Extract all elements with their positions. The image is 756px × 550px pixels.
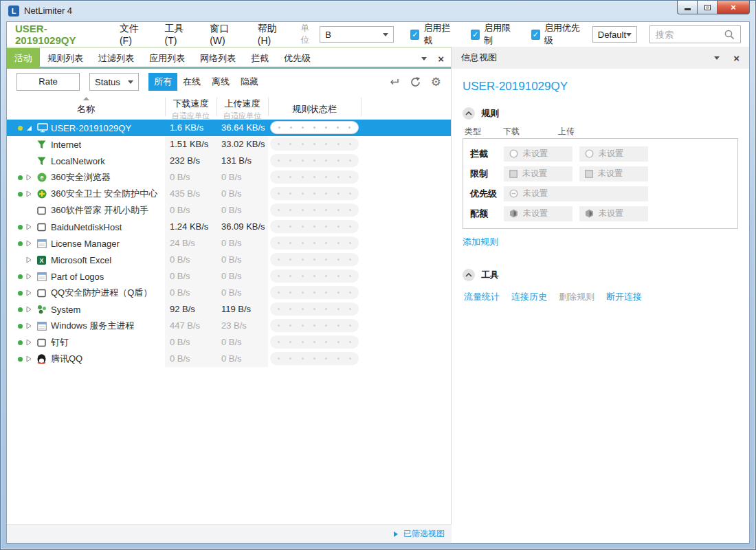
table-row[interactable]: LocalNetwork232 B/s131 B/s xyxy=(7,153,451,169)
tree-arrow[interactable] xyxy=(26,174,37,181)
rules-box: 拦截未设置未设置限制未设置未设置优先级未设置配额未设置未设置 xyxy=(463,138,738,229)
filter-0[interactable]: 所有 xyxy=(148,73,177,91)
view-tab-6[interactable]: 优先级 xyxy=(276,48,318,69)
search-input[interactable] xyxy=(656,30,724,40)
checkbox-checked-icon[interactable]: ✓ xyxy=(531,30,540,40)
tree-arrow[interactable] xyxy=(26,256,37,263)
rule-setting-button[interactable]: 未设置 xyxy=(504,206,572,221)
tool-link-0[interactable]: 流量统计 xyxy=(464,291,500,303)
tool-link-3[interactable]: 断开连接 xyxy=(606,291,642,303)
table-row[interactable]: 360安全卫士 安全防护中心435 B/s0 B/s xyxy=(7,186,451,202)
tree-arrow[interactable] xyxy=(26,289,37,296)
filtered-view-bar[interactable]: 已筛选视图 xyxy=(7,524,452,543)
rule-setting-button[interactable]: 未设置 xyxy=(579,166,648,182)
rule-status-bar[interactable] xyxy=(270,236,359,250)
table-row[interactable]: QQ安全防护进程（Q盾）0 B/s0 B/s xyxy=(7,285,451,301)
toggle-2[interactable]: ✓启用优先级 xyxy=(531,22,583,47)
menu-item-1[interactable]: 工具(T) xyxy=(165,23,192,46)
table-row[interactable]: 钉钉0 B/s0 B/s xyxy=(7,334,451,351)
table-row[interactable]: Part of Logos0 B/s0 B/s xyxy=(7,268,451,285)
table-row[interactable]: Windows 服务主进程447 B/s23 B/s xyxy=(7,318,451,334)
tree-arrow[interactable] xyxy=(26,339,37,346)
rule-status-bar[interactable] xyxy=(270,154,359,167)
search-box[interactable] xyxy=(649,25,741,43)
tree-arrow[interactable] xyxy=(26,240,37,247)
tab-close-icon[interactable]: × xyxy=(438,54,444,64)
checkbox-checked-icon[interactable]: ✓ xyxy=(410,30,419,40)
rule-status-bar[interactable] xyxy=(270,336,359,349)
column-header-upload[interactable]: 上传速度 自适应单位 xyxy=(216,98,268,121)
close-button[interactable]: × xyxy=(718,1,750,14)
menu-item-0[interactable]: 文件(F) xyxy=(120,23,147,46)
table-row[interactable]: BaiduNetdiskHost1.24 KB/s36.09 KB/s xyxy=(7,219,451,235)
view-tab-0[interactable]: 活动 xyxy=(7,48,40,69)
view-tab-4[interactable]: 网络列表 xyxy=(192,48,243,69)
rule-status-bar[interactable] xyxy=(270,319,359,332)
table-row[interactable]: XMicrosoft Excel0 B/s0 B/s xyxy=(7,252,451,268)
rule-setting-button[interactable]: 未设置 xyxy=(504,186,648,201)
table-row[interactable]: Internet1.51 KB/s33.02 KB/s xyxy=(7,136,451,153)
rule-status-bar[interactable] xyxy=(270,352,359,365)
rule-status-bar[interactable] xyxy=(270,121,359,134)
checkbox-checked-icon[interactable]: ✓ xyxy=(471,30,480,40)
column-header-rules[interactable]: 规则状态栏 xyxy=(268,103,361,116)
table-row[interactable]: License Manager24 B/s0 B/s xyxy=(7,235,451,252)
table-row[interactable]: e360安全浏览器0 B/s0 B/s xyxy=(7,169,451,186)
rule-status-bar[interactable] xyxy=(270,253,359,266)
toggle-label: 启用限制 xyxy=(484,22,515,47)
filter-1[interactable]: 在线 xyxy=(177,73,206,91)
panel-close-icon[interactable]: × xyxy=(733,53,740,63)
refresh-icon[interactable] xyxy=(410,77,421,87)
rule-setting-button[interactable]: 未设置 xyxy=(579,206,648,221)
tree-arrow[interactable] xyxy=(26,125,37,131)
tree-arrow[interactable] xyxy=(26,355,37,362)
toggle-0[interactable]: ✓启用拦截 xyxy=(410,22,454,47)
table-row[interactable]: 腾讯QQ0 B/s0 B/s xyxy=(7,351,451,367)
status-dropdown[interactable]: Status xyxy=(89,73,139,91)
collapse-section-button[interactable] xyxy=(463,269,475,281)
tree-arrow[interactable] xyxy=(26,273,37,280)
rule-setting-button[interactable]: 未设置 xyxy=(504,146,572,162)
view-tab-5[interactable]: 拦截 xyxy=(243,48,276,69)
tree-arrow[interactable] xyxy=(26,322,37,329)
tree-arrow[interactable] xyxy=(26,306,37,313)
toggle-1[interactable]: ✓启用限制 xyxy=(471,22,515,47)
rule-status-bar[interactable] xyxy=(270,270,359,283)
view-tab-1[interactable]: 规则列表 xyxy=(40,48,91,69)
rule-status-bar[interactable] xyxy=(270,138,359,151)
menu-item-2[interactable]: 窗口(W) xyxy=(210,23,240,46)
gear-icon[interactable]: ⚙ xyxy=(431,76,441,88)
tab-menu-chevron-icon[interactable] xyxy=(421,57,427,60)
undo-icon[interactable] xyxy=(390,78,400,86)
table-row[interactable]: System92 B/s119 B/s xyxy=(7,301,451,318)
rule-setting-button[interactable]: 未设置 xyxy=(579,146,648,162)
rule-status-bar[interactable] xyxy=(270,220,359,233)
rule-status-bar[interactable] xyxy=(270,170,359,184)
rule-status-bar[interactable] xyxy=(270,204,359,217)
filter-3[interactable]: 隐藏 xyxy=(235,73,264,91)
view-tab-3[interactable]: 应用列表 xyxy=(142,48,192,69)
rate-button[interactable]: Rate xyxy=(16,73,80,91)
profile-dropdown[interactable]: Default xyxy=(592,26,637,43)
title-bar[interactable]: L NetLimiter 4 × xyxy=(1,1,755,21)
filter-2[interactable]: 离线 xyxy=(206,73,235,91)
rule-status-bar[interactable] xyxy=(270,187,359,200)
tool-link-1[interactable]: 连接历史 xyxy=(511,291,547,303)
column-header-download[interactable]: 下载速度 自适应单位 xyxy=(165,98,216,121)
collapse-section-button[interactable] xyxy=(463,107,475,120)
rule-status-bar[interactable] xyxy=(270,286,359,299)
table-row[interactable]: 360软件管家 开机小助手0 B/s0 B/s xyxy=(7,202,451,219)
maximize-button[interactable] xyxy=(698,1,718,14)
rule-status-bar[interactable] xyxy=(270,302,359,316)
table-row[interactable]: USER-20191029QY1.6 KB/s36.64 KB/s xyxy=(7,120,451,136)
minimize-button[interactable] xyxy=(677,1,698,14)
unit-dropdown[interactable]: B xyxy=(320,26,394,43)
tree-arrow[interactable] xyxy=(26,223,37,230)
panel-menu-chevron-icon[interactable] xyxy=(714,56,720,60)
add-rule-link[interactable]: 添加规则 xyxy=(463,236,498,248)
tree-arrow[interactable] xyxy=(26,190,37,197)
menu-item-3[interactable]: 帮助(H) xyxy=(258,23,286,46)
view-tab-2[interactable]: 过滤列表 xyxy=(91,48,142,69)
rule-setting-button[interactable]: 未设置 xyxy=(504,166,572,182)
column-header-name[interactable]: 名称 xyxy=(7,103,165,116)
